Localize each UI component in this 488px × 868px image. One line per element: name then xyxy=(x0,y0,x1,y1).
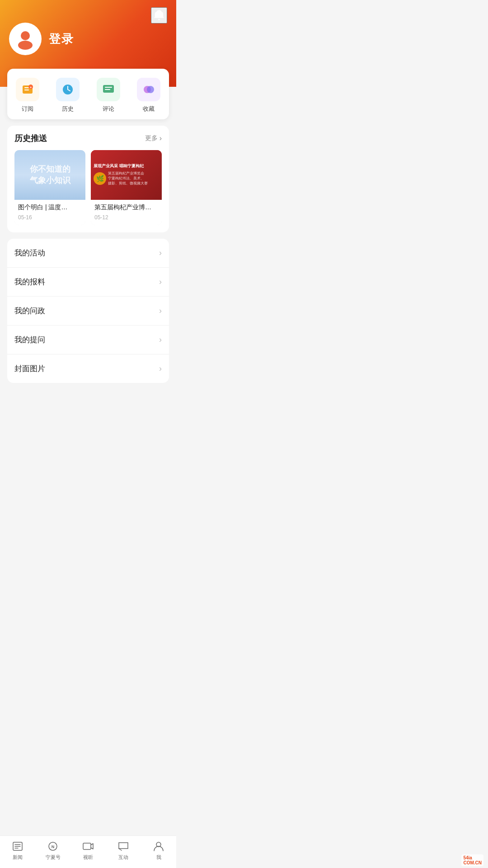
news-thumb-1: 你不知道的气象小知识 xyxy=(14,150,85,200)
chevron-right-icon-cover: › xyxy=(159,364,162,373)
history-icon-wrap xyxy=(56,78,80,101)
news-title-1: 图个明白 | 温度… xyxy=(18,203,82,212)
quick-item-history[interactable]: 历史 xyxy=(48,78,89,113)
subscribe-icon: + xyxy=(21,83,34,96)
subscribe-icon-wrap: + xyxy=(16,78,39,101)
bell-icon xyxy=(153,9,165,22)
menu-item-report[interactable]: 我的报料 › xyxy=(7,268,169,297)
comment-label: 评论 xyxy=(103,105,114,113)
avatar-icon xyxy=(13,26,38,52)
quick-item-subscribe[interactable]: + 订阅 xyxy=(7,78,48,113)
menu-item-question[interactable]: 我的提问 › xyxy=(7,326,169,354)
quick-actions-list: + 订阅 历史 xyxy=(7,78,169,113)
chevron-right-icon-activities: › xyxy=(159,248,162,258)
svg-point-13 xyxy=(147,86,154,93)
notification-button[interactable] xyxy=(151,7,167,24)
news-thumb-2: 展现产业风采 唱响宁夏枸杞 🌿 第五届枸杞产业博览会宁夏枸杞书法、美术、摄影、剪… xyxy=(91,150,162,200)
menu-item-cover[interactable]: 封面图片 › xyxy=(7,354,169,383)
svg-point-1 xyxy=(18,41,33,50)
news-item-1[interactable]: 你不知道的气象小知识 图个明白 | 温度… 05-16 xyxy=(14,150,85,225)
more-button[interactable]: 更多 › xyxy=(145,134,162,142)
menu-label-question: 我的提问 xyxy=(14,335,45,345)
menu-item-activities[interactable]: 我的活动 › xyxy=(7,239,169,268)
subscribe-label: 订阅 xyxy=(22,105,33,113)
comment-icon xyxy=(102,83,115,96)
collect-label: 收藏 xyxy=(143,105,155,113)
section-header: 历史推送 更多 › xyxy=(14,133,162,144)
chevron-right-icon-zhengwu: › xyxy=(159,306,162,316)
news-grid: 你不知道的气象小知识 图个明白 | 温度… 05-16 展现产业风采 唱响宁夏枸… xyxy=(14,150,162,225)
menu-item-zhengwu[interactable]: 我的问政 › xyxy=(7,297,169,326)
svg-point-0 xyxy=(21,31,30,40)
news-info-1: 图个明白 | 温度… 05-16 xyxy=(14,200,85,225)
history-icon xyxy=(61,83,75,96)
menu-label-zhengwu: 我的问政 xyxy=(14,306,45,316)
comment-icon-wrap xyxy=(97,78,120,101)
quick-item-comment[interactable]: 评论 xyxy=(88,78,129,113)
svg-rect-8 xyxy=(103,85,114,93)
section-title: 历史推送 xyxy=(14,133,47,144)
collect-icon xyxy=(142,83,155,96)
menu-list: 我的活动 › 我的报料 › 我的问政 › 我的提问 › 封面图片 › xyxy=(7,239,169,383)
menu-label-report: 我的报料 xyxy=(14,277,45,287)
login-label[interactable]: 登录 xyxy=(49,31,74,47)
news-thumb-sub: 第五届枸杞产业博览会宁夏枸杞书法、美术、摄影、剪纸、微视频大赛 xyxy=(108,171,148,186)
menu-label-activities: 我的活动 xyxy=(14,248,45,258)
more-chevron-icon: › xyxy=(160,134,162,142)
news-date-1: 05-16 xyxy=(18,214,82,221)
quick-actions-card: + 订阅 历史 xyxy=(7,69,169,119)
news-title-2: 第五届枸杞产业博… xyxy=(94,203,158,212)
profile-row[interactable]: 登录 xyxy=(9,23,167,55)
news-item-2[interactable]: 展现产业风采 唱响宁夏枸杞 🌿 第五届枸杞产业博览会宁夏枸杞书法、美术、摄影、剪… xyxy=(91,150,162,225)
chevron-right-icon-question: › xyxy=(159,335,162,344)
quick-item-collect[interactable]: 收藏 xyxy=(129,78,169,113)
news-date-2: 05-12 xyxy=(94,214,158,221)
svg-text:+: + xyxy=(29,85,32,90)
thumb-decoration: 🌿 xyxy=(94,172,106,185)
avatar xyxy=(9,23,42,55)
collect-icon-wrap xyxy=(137,78,160,101)
menu-label-cover: 封面图片 xyxy=(14,363,45,374)
news-thumb-header: 展现产业风采 唱响宁夏枸杞 xyxy=(94,164,159,169)
news-thumb-text-1: 你不知道的气象小知识 xyxy=(26,160,74,190)
more-label: 更多 xyxy=(145,134,158,142)
history-push-section: 历史推送 更多 › 你不知道的气象小知识 图个明白 | 温度… 05-16 xyxy=(7,126,169,232)
history-label: 历史 xyxy=(62,105,74,113)
chevron-right-icon-report: › xyxy=(159,277,162,287)
news-info-2: 第五届枸杞产业博… 05-12 xyxy=(91,200,162,225)
